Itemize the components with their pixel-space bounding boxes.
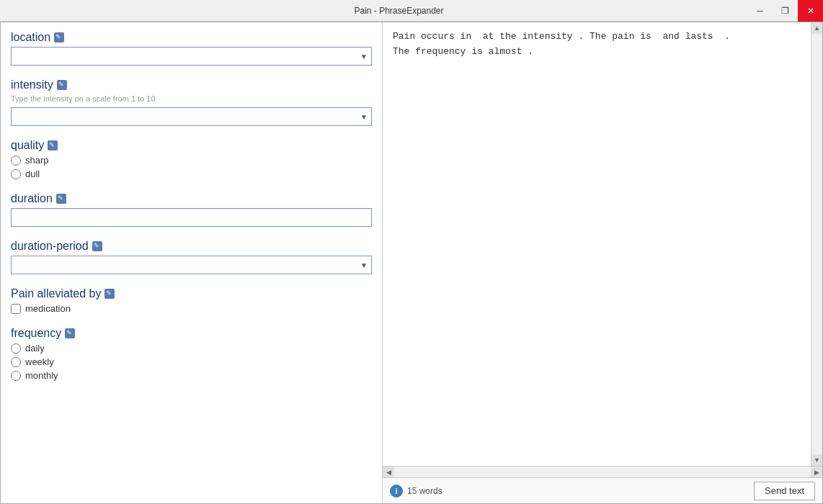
pain-alleviated-edit-icon[interactable]: [104, 289, 115, 299]
scroll-track-h[interactable]: [394, 467, 811, 477]
scroll-down-arrow[interactable]: ▼: [811, 454, 823, 466]
bottom-bar: i 15 words Send text: [383, 477, 822, 503]
duration-edit-icon[interactable]: [56, 194, 66, 204]
frequency-monthly-label: monthly: [25, 370, 58, 381]
info-icon: i: [390, 485, 403, 498]
duration-period-edit-icon[interactable]: [92, 241, 102, 251]
quality-sharp-option: sharp: [11, 155, 372, 166]
frequency-weekly-option: weekly: [11, 356, 372, 367]
medication-option: medication: [11, 303, 372, 314]
intensity-label-text: intensity: [11, 78, 53, 91]
medication-checkbox[interactable]: [11, 304, 21, 314]
frequency-monthly-radio[interactable]: [11, 371, 21, 381]
preview-textarea[interactable]: [383, 22, 822, 466]
frequency-daily-radio[interactable]: [11, 343, 21, 354]
location-edit-icon[interactable]: [54, 32, 64, 42]
frequency-weekly-radio[interactable]: [11, 357, 21, 367]
intensity-select[interactable]: [11, 107, 372, 126]
intensity-section: intensity Type the intensity on a scale …: [11, 78, 372, 126]
word-count-label: 15 words: [407, 486, 442, 496]
duration-label: duration: [11, 192, 372, 205]
quality-dull-radio[interactable]: [11, 169, 21, 179]
window-title: Pain - PhraseExpander: [50, 6, 747, 16]
frequency-section: frequency daily weekly monthly: [11, 327, 372, 381]
location-label: location: [11, 31, 372, 44]
duration-input[interactable]: [11, 208, 372, 227]
scroll-right-arrow[interactable]: ▶: [811, 467, 822, 478]
right-panel: ▲ ▼ ◀ ▶ i 15 words Send text: [383, 22, 822, 503]
word-count-section: i 15 words: [390, 485, 442, 498]
location-label-text: location: [11, 31, 50, 44]
location-section: location: [11, 31, 372, 66]
title-buttons: ─ ❐ ✕: [747, 0, 823, 22]
pain-alleviated-section: Pain alleviated by medication: [11, 287, 372, 314]
main-window: location intensity Type the intensity on…: [0, 22, 823, 504]
duration-label-text: duration: [11, 192, 53, 205]
duration-period-select-wrapper: [11, 256, 372, 274]
quality-section: quality sharp dull: [11, 139, 372, 179]
close-button[interactable]: ✕: [798, 0, 823, 22]
duration-period-label-text: duration-period: [11, 240, 89, 253]
duration-period-section: duration-period: [11, 240, 372, 274]
quality-dull-label: dull: [25, 168, 40, 179]
frequency-label-text: frequency: [11, 327, 61, 340]
frequency-monthly-option: monthly: [11, 370, 372, 381]
quality-sharp-label: sharp: [25, 155, 49, 166]
vertical-scrollbar: ▲ ▼: [811, 22, 822, 466]
scroll-up-arrow[interactable]: ▲: [811, 22, 823, 34]
pain-alleviated-label-text: Pain alleviated by: [11, 287, 101, 300]
left-panel: location intensity Type the intensity on…: [1, 22, 383, 503]
scroll-track-v[interactable]: [811, 34, 822, 454]
quality-dull-option: dull: [11, 168, 372, 179]
duration-section: duration: [11, 192, 372, 227]
intensity-select-wrapper: [11, 107, 372, 126]
intensity-hint: Type the intensity on a scale from 1 to …: [11, 94, 372, 103]
title-bar: Pain - PhraseExpander ─ ❐ ✕: [0, 0, 823, 22]
scroll-left-arrow[interactable]: ◀: [383, 467, 394, 478]
frequency-daily-option: daily: [11, 343, 372, 354]
quality-edit-icon[interactable]: [48, 140, 58, 150]
medication-label: medication: [25, 303, 71, 314]
horizontal-scrollbar: ◀ ▶: [383, 466, 822, 477]
location-select-wrapper: [11, 47, 372, 66]
minimize-button[interactable]: ─: [747, 0, 773, 22]
frequency-daily-label: daily: [25, 343, 45, 354]
frequency-label: frequency: [11, 327, 372, 340]
intensity-label: intensity: [11, 78, 372, 91]
location-select[interactable]: [11, 47, 372, 66]
frequency-edit-icon[interactable]: [65, 328, 75, 338]
quality-label-text: quality: [11, 139, 44, 152]
info-icon-label: i: [395, 487, 397, 495]
duration-period-label: duration-period: [11, 240, 372, 253]
preview-area-container: ▲ ▼: [383, 22, 822, 466]
pain-alleviated-label: Pain alleviated by: [11, 287, 372, 300]
send-text-button[interactable]: Send text: [754, 482, 815, 500]
quality-label: quality: [11, 139, 372, 152]
intensity-edit-icon[interactable]: [57, 80, 67, 90]
frequency-weekly-label: weekly: [25, 356, 54, 367]
quality-sharp-radio[interactable]: [11, 156, 21, 166]
duration-period-select[interactable]: [11, 256, 372, 274]
restore-button[interactable]: ❐: [773, 0, 798, 22]
